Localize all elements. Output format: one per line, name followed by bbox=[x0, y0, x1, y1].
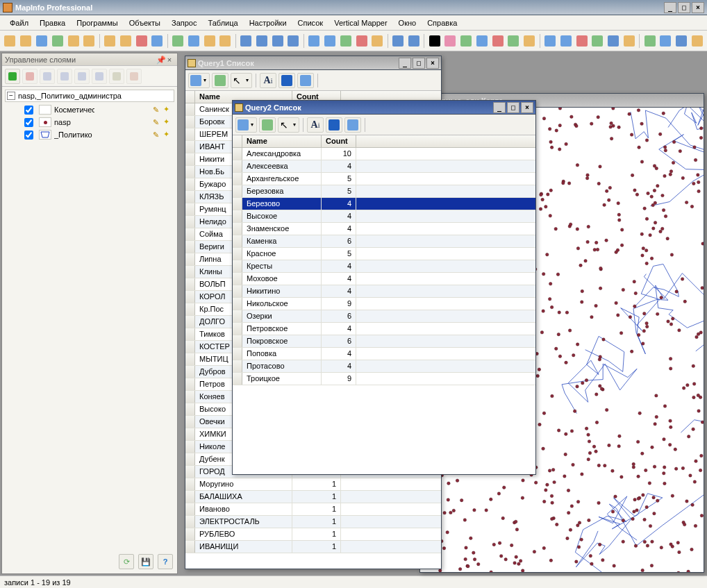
row-header[interactable] bbox=[185, 416, 195, 428]
row-header[interactable] bbox=[233, 335, 242, 347]
row-header[interactable] bbox=[233, 348, 242, 360]
dropdown-arrow-icon[interactable]: ▾ bbox=[244, 74, 250, 87]
table-row[interactable]: Каменка6 bbox=[233, 235, 535, 248]
row-header[interactable] bbox=[185, 203, 195, 215]
table-row[interactable]: Петровское4 bbox=[233, 323, 535, 335]
row-header[interactable] bbox=[185, 353, 195, 365]
row-header[interactable] bbox=[185, 378, 195, 390]
row-header[interactable] bbox=[233, 210, 242, 222]
query2-col-name[interactable]: Name bbox=[242, 135, 322, 147]
q2tb-select[interactable]: ↖▾ bbox=[278, 117, 299, 133]
toolbar-button-24[interactable] bbox=[338, 33, 353, 49]
query1-close[interactable]: × bbox=[426, 58, 439, 69]
row-header[interactable] bbox=[185, 191, 195, 203]
layer-item[interactable]: _Политико✎✦ bbox=[5, 128, 174, 141]
table-row[interactable]: Высокое4 bbox=[233, 210, 535, 223]
row-header[interactable] bbox=[233, 235, 242, 247]
table-row[interactable]: Поповка4 bbox=[233, 348, 535, 360]
dropdown-arrow-icon[interactable]: ▾ bbox=[202, 74, 208, 87]
row-header[interactable] bbox=[233, 273, 242, 285]
q2tb-sort[interactable]: ▾ bbox=[235, 117, 257, 133]
table-row[interactable]: ИВАНИЩИ1 bbox=[185, 541, 441, 553]
q2tb-pick[interactable] bbox=[259, 117, 276, 133]
row-header[interactable] bbox=[233, 185, 242, 197]
dropdown-arrow-icon[interactable]: ▾ bbox=[249, 118, 255, 132]
toolbar-button-44[interactable] bbox=[622, 33, 636, 49]
toolbar-button-46[interactable] bbox=[642, 33, 657, 49]
table-row[interactable]: РУБЛЕВО1 bbox=[185, 528, 441, 541]
row-header[interactable] bbox=[185, 266, 195, 278]
row-header[interactable] bbox=[185, 166, 195, 178]
menu-item-настройки[interactable]: Настройки bbox=[244, 17, 292, 29]
toolbar-button-0[interactable] bbox=[3, 33, 17, 49]
toolbar-button-32[interactable] bbox=[443, 33, 458, 49]
refresh-button[interactable]: ⟳ bbox=[119, 554, 134, 569]
layer-visibility-checkbox[interactable] bbox=[24, 118, 33, 127]
query1-maximize[interactable]: □ bbox=[413, 58, 425, 69]
row-header[interactable] bbox=[233, 260, 242, 272]
table-row[interactable]: Красное5 bbox=[233, 248, 535, 260]
toolbar-button-1[interactable] bbox=[19, 33, 33, 49]
row-header[interactable] bbox=[185, 178, 195, 190]
toolbar-button-49[interactable] bbox=[690, 33, 705, 49]
menu-item-таблица[interactable]: Таблица bbox=[202, 17, 243, 29]
toolbar-button-9[interactable] bbox=[134, 33, 149, 49]
menu-item-программы[interactable]: Программы bbox=[71, 17, 123, 29]
menu-item-окно[interactable]: Окно bbox=[393, 17, 422, 29]
toolbar-button-10[interactable] bbox=[150, 33, 165, 49]
row-header[interactable] bbox=[185, 216, 195, 228]
q1tb-sort[interactable]: ▾ bbox=[188, 73, 210, 88]
row-header[interactable] bbox=[185, 128, 195, 140]
table-row[interactable]: Троицкое9 bbox=[233, 373, 535, 385]
row-header[interactable] bbox=[185, 403, 195, 415]
save-button[interactable]: 💾 bbox=[138, 554, 153, 569]
help-button[interactable]: ? bbox=[158, 554, 173, 569]
row-header[interactable] bbox=[233, 160, 242, 172]
row-header[interactable] bbox=[185, 116, 195, 128]
query2-minimize[interactable]: _ bbox=[493, 102, 506, 113]
close-panel-icon[interactable]: × bbox=[165, 56, 174, 64]
row-header[interactable] bbox=[185, 228, 195, 240]
q1tb-select[interactable]: ↖▾ bbox=[231, 73, 252, 88]
toolbar-button-48[interactable] bbox=[674, 33, 689, 49]
table-row[interactable]: Березово4 bbox=[233, 198, 535, 210]
toolbar-button-19[interactable] bbox=[270, 33, 285, 49]
row-header[interactable] bbox=[185, 516, 195, 528]
toolbar-button-34[interactable] bbox=[475, 33, 490, 49]
toolbar-button-13[interactable] bbox=[186, 33, 201, 49]
toolbar-button-26[interactable] bbox=[370, 33, 385, 49]
layer-visibility-checkbox[interactable] bbox=[24, 131, 33, 140]
row-header[interactable] bbox=[185, 153, 195, 165]
layer-edit-icon[interactable]: ✎ bbox=[151, 130, 160, 140]
toolbar-button-4[interactable] bbox=[66, 33, 81, 49]
maximize-button[interactable]: □ bbox=[678, 2, 690, 13]
table-row[interactable]: Архангельское5 bbox=[233, 173, 535, 185]
row-header[interactable] bbox=[185, 528, 195, 540]
q1tb-pick[interactable] bbox=[212, 73, 228, 88]
row-header[interactable] bbox=[185, 478, 195, 490]
toolbar-button-41[interactable] bbox=[574, 33, 589, 49]
table-row[interactable]: Никольское9 bbox=[233, 298, 535, 310]
table-row[interactable]: Березовка5 bbox=[233, 185, 535, 198]
toolbar-button-42[interactable] bbox=[590, 33, 605, 49]
pin-icon[interactable]: 📌 bbox=[156, 56, 165, 64]
toolbar-button-12[interactable] bbox=[171, 33, 185, 49]
q2tb-grid[interactable] bbox=[344, 117, 361, 133]
row-header[interactable] bbox=[185, 503, 195, 515]
toolbar-button-2[interactable] bbox=[35, 33, 49, 49]
query2-maximize[interactable]: □ bbox=[507, 102, 519, 113]
toolbar-button-5[interactable] bbox=[82, 33, 97, 49]
table-row[interactable]: Иваново1 bbox=[185, 503, 441, 516]
row-header[interactable] bbox=[233, 148, 242, 160]
row-header[interactable] bbox=[233, 373, 242, 385]
row-header[interactable] bbox=[185, 341, 195, 353]
row-header[interactable] bbox=[185, 328, 195, 340]
query2-col-count[interactable]: Count bbox=[322, 135, 356, 147]
table-row[interactable]: Моховое4 bbox=[233, 273, 535, 285]
query2-titlebar[interactable]: Query2 Список _ □ × bbox=[233, 101, 535, 115]
row-header[interactable] bbox=[185, 453, 195, 465]
table-row[interactable]: Знаменское4 bbox=[233, 223, 535, 235]
query2-close[interactable]: × bbox=[521, 102, 533, 113]
menu-item-справка[interactable]: Справка bbox=[422, 17, 463, 29]
layer-visibility-checkbox[interactable] bbox=[24, 106, 33, 115]
